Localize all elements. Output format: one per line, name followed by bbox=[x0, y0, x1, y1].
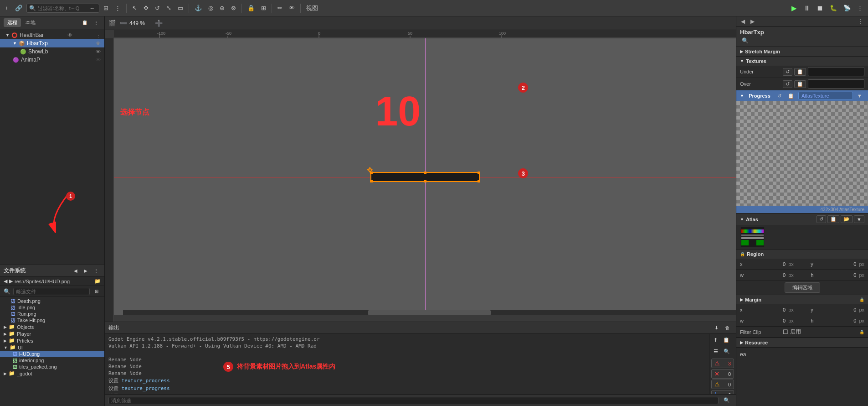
side-list-btn[interactable]: ☰ bbox=[711, 347, 720, 356]
fs-item-prticles[interactable]: ▶ 📁 Prticles bbox=[0, 337, 104, 344]
fs-path-fwd[interactable]: ▶ bbox=[9, 278, 13, 284]
side-badge-warn[interactable]: ⚠ 0 bbox=[711, 380, 734, 389]
fs-item-interior[interactable]: 🖼 interior.png bbox=[0, 357, 104, 364]
dots-btn[interactable]: ⋮ bbox=[113, 3, 123, 13]
handle-br[interactable] bbox=[478, 180, 480, 182]
fs-item-takehit[interactable]: 🖼 Take Hit.png bbox=[0, 317, 104, 323]
filter-clip-checkbox[interactable]: ☐ bbox=[783, 328, 788, 335]
progress-section-header[interactable]: ▼ Progress ↺ 📋 AtlasTexture ▼ bbox=[736, 90, 868, 101]
select-btn[interactable]: ↖ bbox=[130, 3, 139, 13]
rect-btn[interactable]: ▭ bbox=[175, 3, 185, 13]
add-node-btn[interactable]: 📋 bbox=[80, 19, 90, 26]
canvas-area[interactable]: 10 ✥ bbox=[114, 38, 736, 315]
tool4-btn[interactable]: ⊗ bbox=[229, 3, 238, 13]
pause-btn[interactable]: ⏸ bbox=[801, 3, 812, 13]
deploy-btn[interactable]: ⋮ bbox=[855, 3, 865, 13]
move-btn[interactable]: ✥ bbox=[141, 3, 151, 13]
scene-options-btn[interactable]: ⋮ bbox=[92, 19, 101, 26]
fs-back-btn[interactable]: ◀ bbox=[72, 267, 80, 275]
side-badge-clear[interactable]: ✕ 0 bbox=[711, 369, 734, 379]
atlas-texture-btn[interactable]: AtlasTexture bbox=[798, 92, 853, 100]
fs-item-player[interactable]: ▶ 📁 Player bbox=[0, 330, 104, 337]
over-texture-preview[interactable] bbox=[808, 79, 864, 88]
inspector-search-btn[interactable]: 🔍 bbox=[740, 36, 750, 45]
side-copy-btn[interactable]: 📋 bbox=[721, 336, 732, 344]
atlas-reset-btn[interactable]: ↺ bbox=[817, 215, 826, 223]
fs-item-hudpng[interactable]: 🖼 HUD.png bbox=[0, 351, 104, 357]
zoom-out-btn[interactable]: ➖ bbox=[118, 19, 128, 28]
fs-sort-btn[interactable]: ⊞ bbox=[92, 287, 101, 295]
over-edit-btn[interactable]: 📋 bbox=[794, 80, 806, 88]
stop-btn[interactable]: ⏹ bbox=[814, 3, 826, 13]
group-btn[interactable]: ⊞ bbox=[259, 3, 268, 13]
scrollbar-horizontal[interactable] bbox=[123, 310, 736, 315]
side-search-btn[interactable]: 🔍 bbox=[721, 347, 732, 356]
tab-local[interactable]: 本地 bbox=[22, 18, 39, 27]
progress-bar-box[interactable] bbox=[370, 172, 480, 182]
visibility-healthbar[interactable]: 👁 bbox=[67, 32, 72, 38]
tab-remote[interactable]: 远程 bbox=[4, 18, 21, 27]
tool3-btn[interactable]: ⊕ bbox=[217, 3, 227, 13]
view-btn[interactable]: 视图 bbox=[304, 3, 320, 14]
handle-tc[interactable] bbox=[424, 172, 426, 174]
scale-btn[interactable]: ⤡ bbox=[164, 3, 174, 13]
region-header[interactable]: 🔒 Region bbox=[736, 250, 868, 259]
side-badge-info[interactable]: ℹ 6 bbox=[711, 390, 734, 394]
fs-filter-input[interactable] bbox=[13, 288, 90, 295]
progress-edit-btn[interactable]: 📋 bbox=[786, 93, 796, 99]
output-scroll-btn[interactable]: ⬇ bbox=[712, 323, 721, 332]
progress-reset-btn[interactable]: ↺ bbox=[775, 93, 784, 99]
handle-tl[interactable] bbox=[370, 172, 373, 174]
fs-item-run[interactable]: 🖼 Run.png bbox=[0, 311, 104, 317]
rotate-btn[interactable]: ↺ bbox=[153, 3, 162, 13]
fs-item-tiles[interactable]: 🖼 tiles_packed.png bbox=[0, 364, 104, 370]
progress-dropdown-btn[interactable]: ▼ bbox=[855, 93, 864, 99]
atlas-load-btn[interactable]: 📂 bbox=[841, 215, 853, 223]
remote-debug-btn[interactable]: 📡 bbox=[841, 3, 853, 13]
under-edit-btn[interactable]: 📋 bbox=[794, 68, 806, 76]
debug-btn[interactable]: 🐛 bbox=[827, 3, 839, 13]
stretch-margin-header[interactable]: ▶ Stretch Margin bbox=[736, 47, 868, 56]
fs-item-objects[interactable]: ▶ 📁 Objects bbox=[0, 323, 104, 330]
margin-header[interactable]: ▶ Margin 🔒 bbox=[736, 295, 868, 304]
side-badge-error[interactable]: ⚠ 3 bbox=[711, 359, 734, 368]
output-clear-btn[interactable]: 🗑 bbox=[723, 324, 732, 332]
zoom-in-btn[interactable]: ➕ bbox=[154, 19, 163, 28]
progress-bar-element[interactable]: ✥ bbox=[370, 172, 480, 182]
add-btn[interactable]: + bbox=[3, 3, 11, 13]
fs-fwd-btn[interactable]: ▶ bbox=[82, 267, 90, 275]
rp-filter-btn[interactable]: ⋮ bbox=[856, 17, 865, 26]
lock-healthbar[interactable]: ⋮ bbox=[96, 33, 101, 38]
tree-item-healthbar[interactable]: ▼ ⭕ HealthBar 👁 ⋮ bbox=[0, 31, 104, 39]
handle-bl[interactable] bbox=[370, 180, 373, 182]
atlas-edit-btn[interactable]: 📋 bbox=[827, 215, 839, 223]
fs-item-death[interactable]: 🖼 Death.png bbox=[0, 298, 104, 304]
anchor-btn[interactable]: ⚓ bbox=[192, 3, 204, 13]
visibility-animap[interactable]: 👁 bbox=[96, 57, 101, 62]
eye-btn[interactable]: 👁 bbox=[287, 3, 297, 13]
msg-filter-input[interactable] bbox=[108, 397, 719, 404]
tree-item-hbartxp[interactable]: ▼ 📦 HbarTxp 👁 bbox=[0, 39, 104, 47]
textures-header[interactable]: ▼ Textures bbox=[736, 57, 868, 66]
side-upload-btn[interactable]: ⬆ bbox=[711, 336, 720, 344]
msg-search-btn[interactable]: 🔍 bbox=[721, 396, 732, 405]
filter-input[interactable] bbox=[38, 5, 88, 11]
handle-tr[interactable] bbox=[478, 172, 480, 174]
rp-fwd-btn[interactable]: ▶ bbox=[749, 17, 756, 26]
visibility-showlb[interactable]: 👁 bbox=[96, 49, 101, 54]
edit-region-btn[interactable]: 编辑区域 bbox=[785, 282, 820, 293]
fs-options-btn[interactable]: ⋮ bbox=[92, 267, 101, 275]
fs-item-idle[interactable]: 🖼 Idle.png bbox=[0, 304, 104, 311]
link-btn[interactable]: 🔗 bbox=[13, 3, 25, 13]
grid-btn[interactable]: ⊞ bbox=[101, 3, 111, 13]
fs-item-godot[interactable]: ▶ 📁 _godot bbox=[0, 370, 104, 377]
fs-path-back[interactable]: ◀ bbox=[4, 278, 7, 284]
filter-box[interactable]: 🔍 ← bbox=[26, 4, 99, 13]
under-texture-preview[interactable] bbox=[808, 67, 864, 76]
under-reset-btn[interactable]: ↺ bbox=[783, 68, 792, 76]
rp-back-btn[interactable]: ◀ bbox=[739, 17, 747, 26]
paint-btn[interactable]: ✏ bbox=[275, 3, 285, 13]
scrollbar-thumb[interactable] bbox=[368, 310, 491, 315]
visibility-hbartxp[interactable]: 👁 bbox=[96, 41, 101, 46]
fs-item-ui[interactable]: ▼ 📁 UI bbox=[0, 344, 104, 351]
